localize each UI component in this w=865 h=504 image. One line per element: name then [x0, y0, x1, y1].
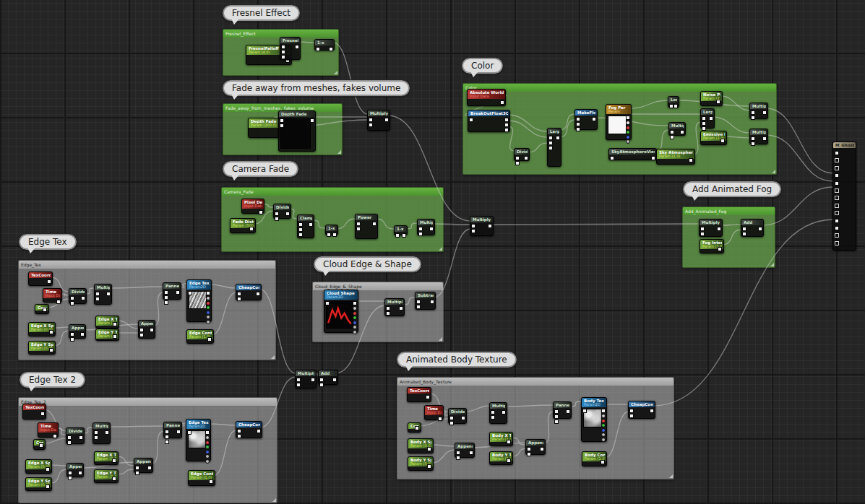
- pin[interactable]: [461, 416, 465, 420]
- pin[interactable]: [40, 412, 45, 416]
- pin[interactable]: [835, 158, 839, 162]
- fade-distance-param[interactable]: Fade DistanceParam (5000.0): [230, 218, 256, 233]
- body-contrast-param[interactable]: Body ContrastParam (1.0): [582, 451, 607, 466]
- pin[interactable]: [449, 421, 454, 425]
- pin[interactable]: [548, 141, 553, 145]
- color-pin[interactable]: [601, 433, 606, 437]
- pin[interactable]: [165, 435, 169, 439]
- pin[interactable]: [835, 181, 839, 186]
- pin[interactable]: [386, 306, 390, 310]
- color-pin[interactable]: [205, 435, 210, 440]
- pin[interactable]: [427, 447, 431, 451]
- pin[interactable]: [372, 222, 376, 226]
- pin[interactable]: [70, 301, 74, 305]
- emissive-power-param[interactable]: Emissive PowerParam (2.0): [700, 131, 727, 145]
- pin[interactable]: [332, 233, 337, 237]
- pin[interactable]: [332, 378, 337, 382]
- color-pin[interactable]: [206, 301, 210, 305]
- color-pin[interactable]: [353, 330, 357, 334]
- lerp-color-2[interactable]: Lerp: [700, 108, 715, 129]
- pin[interactable]: [298, 233, 303, 237]
- pin[interactable]: [259, 210, 263, 214]
- pin[interactable]: [237, 297, 241, 301]
- pin[interactable]: [237, 434, 241, 438]
- pin[interactable]: [650, 409, 654, 413]
- pin[interactable]: [430, 300, 434, 304]
- cheap-contrast-3[interactable]: CheapContrast: [628, 401, 655, 419]
- pin[interactable]: [601, 460, 605, 464]
- pin[interactable]: [386, 311, 390, 316]
- multiply-fog[interactable]: Multiply: [699, 219, 723, 237]
- color-pin[interactable]: [601, 423, 606, 427]
- cheap-contrast-1[interactable]: CheapContrast: [236, 284, 262, 300]
- pin[interactable]: [298, 222, 303, 227]
- multiply-color-1[interactable]: Multiply: [668, 122, 686, 136]
- color-pin[interactable]: [206, 320, 210, 324]
- append-6[interactable]: Append: [525, 439, 546, 455]
- color-pin[interactable]: [205, 445, 210, 449]
- pin[interactable]: [502, 410, 506, 414]
- bubble-fresnel-effect[interactable]: Fresnel Effect: [223, 5, 300, 21]
- comment-camera-fade-title[interactable]: Camera_Fade: [222, 188, 443, 196]
- pin[interactable]: [456, 456, 460, 460]
- pin[interactable]: [670, 135, 674, 139]
- pin[interactable]: [566, 409, 570, 414]
- pin[interactable]: [835, 219, 839, 223]
- clamp-camera[interactable]: Clamp: [297, 214, 314, 238]
- edge-x-tile-2[interactable]: Edge X Tile 2Param (1.0): [94, 451, 119, 465]
- body-tex[interactable]: Body TexParam2D: [581, 397, 607, 442]
- append-5[interactable]: Append: [455, 443, 475, 458]
- bubble-animated-body-texture[interactable]: Animated Body Texture: [397, 352, 517, 368]
- pin[interactable]: [49, 330, 53, 334]
- pin[interactable]: [316, 47, 320, 51]
- multiply-fresnel-depth[interactable]: Multiply: [367, 110, 390, 131]
- pin[interactable]: [209, 479, 213, 484]
- pin[interactable]: [629, 414, 634, 418]
- edge-tex-1[interactable]: Edge Tex 1Param2D: [186, 279, 212, 322]
- pin[interactable]: [49, 348, 53, 352]
- pin[interactable]: [456, 451, 460, 455]
- pin[interactable]: [418, 232, 423, 236]
- pin[interactable]: [165, 430, 169, 434]
- pin[interactable]: [556, 136, 560, 140]
- pin[interactable]: [80, 332, 85, 336]
- multiply-2[interactable]: Multiply: [92, 422, 111, 444]
- fresnel[interactable]: Fresnel: [280, 37, 301, 60]
- color-pin[interactable]: [205, 454, 210, 459]
- pin[interactable]: [716, 100, 720, 104]
- bubble-edge-tex-2[interactable]: Edge Tex 2: [20, 372, 85, 388]
- body-y-speed-param[interactable]: Body Y SpeedParam (0.01): [408, 456, 434, 471]
- pin[interactable]: [554, 409, 559, 414]
- pin[interactable]: [369, 123, 373, 127]
- color-pin[interactable]: [205, 450, 210, 454]
- pin[interactable]: [601, 409, 606, 413]
- color-pin[interactable]: [353, 306, 357, 310]
- pin[interactable]: [515, 161, 520, 165]
- pin[interactable]: [356, 227, 361, 231]
- pin[interactable]: [205, 430, 210, 435]
- comment-color-title[interactable]: Color: [463, 84, 776, 92]
- pin[interactable]: [296, 383, 301, 387]
- bubble-color[interactable]: Color: [462, 58, 503, 74]
- pin[interactable]: [680, 130, 684, 134]
- pin[interactable]: [164, 300, 168, 305]
- pin[interactable]: [353, 301, 357, 305]
- pin[interactable]: [139, 328, 144, 332]
- pin[interactable]: [742, 227, 746, 231]
- pin[interactable]: [471, 224, 475, 228]
- bubble-cloud-edge-shape[interactable]: Cloud Edge & Shape: [314, 256, 421, 272]
- edge-x-speed-1[interactable]: Edge X Speed 1Param (0.01): [28, 322, 56, 336]
- pin[interactable]: [416, 305, 421, 309]
- material-output[interactable]: M_GhostlyFog: [832, 142, 856, 251]
- absolute-world-position[interactable]: Absolute World PositionInput Data: [467, 89, 506, 106]
- pin[interactable]: [758, 227, 762, 231]
- time-2[interactable]: TimeInput Data: [38, 422, 59, 438]
- make-float3[interactable]: MakeFloat3: [574, 109, 598, 130]
- pin[interactable]: [576, 122, 580, 126]
- multiply-edges[interactable]: Multiply: [295, 370, 317, 388]
- pin[interactable]: [275, 212, 279, 216]
- fog-color-param[interactable]: Fog ParParam: [606, 104, 632, 140]
- sky-atmosphere-view-luminance[interactable]: SkyAtmosphereViewLuminance: [608, 148, 657, 160]
- sky-atmosphere-influence-param[interactable]: Sky Atmosphere InfluenceParam (1.0): [656, 149, 695, 165]
- pin[interactable]: [718, 247, 722, 251]
